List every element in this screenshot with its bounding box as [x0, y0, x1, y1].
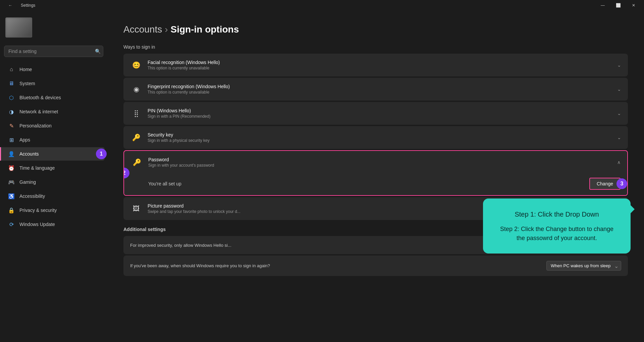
- change-password-button[interactable]: Change: [589, 178, 621, 190]
- facial-recognition-item: 😊 Facial recognition (Windows Hello) Thi…: [123, 54, 628, 76]
- fingerprint-icon: ◉: [130, 83, 142, 95]
- ways-to-sign-in-label: Ways to sign in: [123, 44, 628, 50]
- sidebar-profile: [0, 11, 107, 43]
- sidebar-item-network[interactable]: ◑ Network & internet: [3, 105, 105, 118]
- tooltip-step1: Step 1: Click the Drop Down: [496, 209, 617, 219]
- picture-password-icon: 🖼: [130, 203, 142, 215]
- security-key-row[interactable]: 🔑 Security key Sign in with a physical s…: [123, 126, 628, 149]
- away-dropdown-wrap: When PC wakes up from sleep: [546, 261, 621, 271]
- pin-text: PIN (Windows Hello) Sign in with a PIN (…: [148, 108, 612, 119]
- password-expanded-content: You're all set up Change 3: [124, 174, 627, 195]
- network-icon: ◑: [8, 108, 15, 115]
- pin-title: PIN (Windows Hello): [148, 108, 612, 113]
- sidebar-item-personalization[interactable]: ✎ Personalization: [3, 119, 105, 132]
- sidebar-item-label-accessibility: Accessibility: [19, 193, 45, 199]
- titlebar-left: ← Settings: [3, 0, 35, 11]
- sidebar-item-label-update: Windows Update: [19, 222, 55, 227]
- content-area: Accounts › Sign-in options Ways to sign …: [107, 11, 644, 342]
- security-key-chevron: ⌄: [617, 135, 621, 140]
- home-icon: ⌂: [8, 66, 15, 73]
- pin-chevron: ⌄: [617, 111, 621, 116]
- facial-recognition-row[interactable]: 😊 Facial recognition (Windows Hello) Thi…: [123, 54, 628, 76]
- minimize-button[interactable]: —: [595, 0, 610, 11]
- security-key-item: 🔑 Security key Sign in with a physical s…: [123, 126, 628, 149]
- password-text: Password Sign in with your account's pas…: [148, 157, 612, 168]
- search-input[interactable]: [4, 46, 103, 57]
- sidebar-item-apps[interactable]: ⊞ Apps: [3, 133, 105, 147]
- personalization-icon: ✎: [8, 122, 15, 129]
- facial-desc: This option is currently unavailable: [148, 66, 612, 70]
- sidebar-item-label-network: Network & internet: [19, 109, 58, 114]
- fingerprint-item: ◉ Fingerprint recognition (Windows Hello…: [123, 78, 628, 101]
- titlebar: ← Settings — ⬜ ✕: [0, 0, 644, 11]
- sidebar-item-home[interactable]: ⌂ Home: [3, 63, 105, 76]
- facial-text: Facial recognition (Windows Hello) This …: [148, 60, 612, 70]
- sidebar-item-bluetooth[interactable]: ⬡ Bluetooth & devices: [3, 91, 105, 104]
- system-icon: 🖥: [8, 80, 15, 87]
- sidebar-item-accessibility[interactable]: ♿ Accessibility: [3, 189, 105, 203]
- sidebar-item-label-accounts: Accounts: [19, 151, 39, 157]
- facial-icon: 😊: [130, 59, 142, 71]
- facial-chevron: ⌄: [617, 62, 621, 68]
- sidebar-item-accounts[interactable]: 👤 Accounts 1: [0, 147, 105, 161]
- security-key-text: Security key Sign in with a physical sec…: [148, 132, 612, 143]
- bluetooth-icon: ⬡: [8, 94, 15, 101]
- sidebar-item-label-personalization: Personalization: [19, 123, 52, 128]
- fingerprint-text: Fingerprint recognition (Windows Hello) …: [148, 84, 612, 95]
- search-icon[interactable]: 🔍: [95, 49, 101, 54]
- sidebar-item-label-gaming: Gaming: [19, 179, 36, 185]
- sidebar-item-system[interactable]: 🖥 System: [3, 77, 105, 90]
- facial-title: Facial recognition (Windows Hello): [148, 60, 612, 65]
- back-button[interactable]: ←: [3, 0, 18, 11]
- fingerprint-row[interactable]: ◉ Fingerprint recognition (Windows Hello…: [123, 78, 628, 101]
- step3-badge: 3: [616, 178, 627, 189]
- titlebar-title: Settings: [21, 3, 35, 8]
- sidebar: 🔍 ⌂ Home 🖥 System ⬡ Bluetooth & devices …: [0, 11, 107, 342]
- pin-item: ⣿ PIN (Windows Hello) Sign in with a PIN…: [123, 102, 628, 125]
- away-label: If you've been away, when should Windows…: [130, 263, 546, 268]
- update-icon: ⟳: [8, 221, 15, 228]
- fingerprint-chevron: ⌄: [617, 87, 621, 92]
- gaming-icon: 🎮: [8, 179, 15, 185]
- search-box: 🔍: [4, 46, 103, 57]
- avatar: [5, 17, 32, 38]
- breadcrumb-separator: ›: [165, 24, 168, 35]
- breadcrumb-parent[interactable]: Accounts: [123, 24, 162, 35]
- sidebar-item-update[interactable]: ⟳ Windows Update: [3, 218, 105, 231]
- password-item: 2 🔑 Password Sign in with your account's…: [123, 150, 628, 196]
- sidebar-item-privacy[interactable]: 🔒 Privacy & security: [3, 204, 105, 217]
- maximize-button[interactable]: ⬜: [610, 0, 626, 11]
- privacy-icon: 🔒: [8, 207, 15, 214]
- app-body: 🔍 ⌂ Home 🖥 System ⬡ Bluetooth & devices …: [0, 11, 644, 342]
- password-title: Password: [148, 157, 612, 162]
- password-row[interactable]: 🔑 Password Sign in with your account's p…: [124, 151, 627, 174]
- sidebar-item-label-time: Time & language: [19, 165, 55, 171]
- accounts-icon: 👤: [8, 151, 15, 157]
- security-key-title: Security key: [148, 132, 612, 137]
- sidebar-item-gaming[interactable]: 🎮 Gaming: [3, 175, 105, 189]
- time-icon: ⏰: [8, 165, 15, 171]
- sidebar-item-label-bluetooth: Bluetooth & devices: [19, 95, 61, 100]
- tooltip-bubble: Step 1: Click the Drop Down Step 2: Clic…: [483, 198, 631, 253]
- away-dropdown[interactable]: When PC wakes up from sleep: [546, 261, 621, 271]
- pin-icon: ⣿: [130, 107, 142, 119]
- password-desc: Sign in with your account's password: [148, 163, 612, 168]
- step1-badge: 1: [96, 149, 107, 159]
- breadcrumb-current: Sign-in options: [171, 24, 239, 35]
- sidebar-item-label-system: System: [19, 81, 35, 86]
- sidebar-item-label-apps: Apps: [19, 137, 30, 142]
- pin-row[interactable]: ⣿ PIN (Windows Hello) Sign in with a PIN…: [123, 102, 628, 125]
- titlebar-controls: — ⬜ ✕: [595, 0, 641, 11]
- sidebar-item-label-privacy: Privacy & security: [19, 208, 57, 213]
- tooltip-step2: Step 2: Click the Change button to chang…: [496, 225, 617, 243]
- fingerprint-title: Fingerprint recognition (Windows Hello): [148, 84, 612, 89]
- apps-icon: ⊞: [8, 136, 15, 143]
- sidebar-item-time[interactable]: ⏰ Time & language: [3, 161, 105, 175]
- accessibility-icon: ♿: [8, 193, 15, 199]
- close-button[interactable]: ✕: [626, 0, 641, 11]
- breadcrumb: Accounts › Sign-in options: [123, 24, 628, 35]
- security-key-desc: Sign in with a physical security key: [148, 138, 612, 143]
- pin-desc: Sign in with a PIN (Recommended): [148, 114, 612, 119]
- security-key-icon: 🔑: [130, 131, 142, 144]
- sidebar-item-label-home: Home: [19, 67, 32, 72]
